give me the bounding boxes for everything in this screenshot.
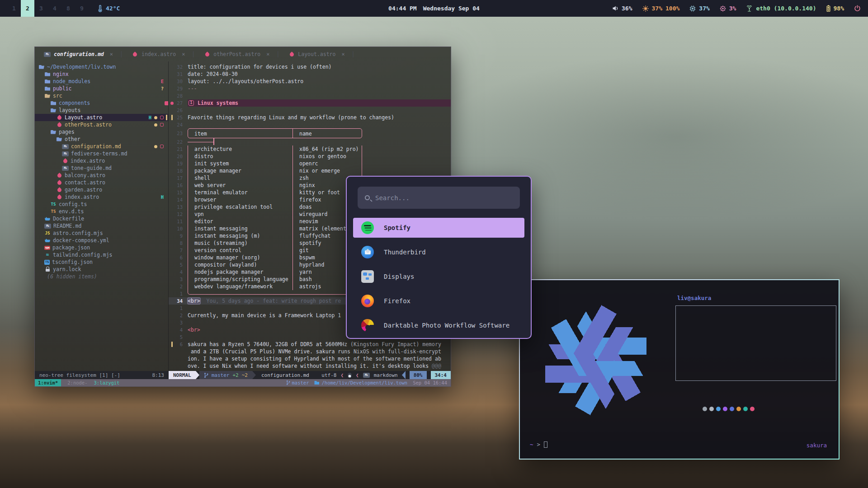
tree-item[interactable]: nginx xyxy=(35,70,168,78)
folder-open-icon xyxy=(56,136,62,142)
tree-item[interactable]: index.astro xyxy=(35,157,168,164)
tree-item[interactable]: fediverse-terms.md xyxy=(35,150,168,157)
tree-item[interactable]: README.md xyxy=(35,222,168,230)
workspace-button[interactable]: 9 xyxy=(75,0,89,17)
editor-tab[interactable]: Layout.astro × │ xyxy=(286,51,361,57)
tmux-window-1[interactable]: 1:nvim* xyxy=(35,379,61,386)
astro-icon xyxy=(288,52,295,57)
diagnostic-box-icon xyxy=(160,123,164,127)
tab-close-icon[interactable]: × xyxy=(341,51,344,57)
tree-item[interactable]: public ? xyxy=(35,85,168,92)
status-bar: 1 2 3 4 8 9 42°C 04:44 PM Wednesday Sep … xyxy=(0,0,868,17)
power-icon xyxy=(854,5,861,12)
tree-item[interactable]: docker-compose.yml xyxy=(35,237,168,244)
editor-tab[interactable]: otherPost.astro × │ xyxy=(201,51,286,57)
table-header-row: 23 itemname xyxy=(169,128,451,138)
volume-indicator[interactable]: 36% xyxy=(612,5,632,12)
tab-close-icon[interactable]: × xyxy=(266,51,269,57)
brightness-icon xyxy=(642,5,649,12)
npm-icon xyxy=(44,246,50,250)
table-cell: browser xyxy=(188,196,293,203)
tree-item[interactable]: garden.astro xyxy=(35,186,168,193)
tree-item[interactable]: other xyxy=(35,136,168,143)
launcher-item[interactable]: Spotify xyxy=(353,218,524,238)
tree-item[interactable]: src xyxy=(35,92,168,99)
tree-item[interactable]: package.json xyxy=(35,244,168,251)
tree-item[interactable]: ~/Development/liv.town xyxy=(35,63,168,70)
workspace-button[interactable]: 4 xyxy=(48,0,61,17)
tree-item[interactable]: Dockerfile xyxy=(35,215,168,222)
workspace-button[interactable]: 8 xyxy=(61,0,75,17)
git-status-letter: H xyxy=(149,114,151,121)
folder-open-icon xyxy=(44,93,51,99)
workspace-button[interactable]: 2 xyxy=(21,0,34,17)
cpu-indicator[interactable]: 37% xyxy=(689,5,709,12)
tree-item[interactable]: configuration.md xyxy=(35,143,168,150)
launcher-search[interactable]: Search... xyxy=(358,187,520,209)
tree-item[interactable]: tailwind.config.mjs xyxy=(35,251,168,258)
folder-open-icon xyxy=(38,64,45,70)
tree-item[interactable]: contact.astro xyxy=(35,179,168,186)
breakpoint-dot-icon xyxy=(170,102,174,105)
tree-item[interactable]: astro.config.mjs xyxy=(35,230,168,237)
separator: ❮ xyxy=(340,372,344,378)
markdown-icon xyxy=(62,151,69,156)
launcher-item[interactable]: Thunderbird xyxy=(353,242,524,262)
tmux-window-2[interactable]: 2:node- xyxy=(67,380,87,385)
fetch-info-line: WM: sway xyxy=(682,362,836,370)
tree-item[interactable]: config.ts xyxy=(35,201,168,208)
tree-item[interactable]: (6 hidden items) xyxy=(35,273,168,280)
launcher-item[interactable]: Firefox xyxy=(353,291,524,311)
tree-item[interactable]: layouts xyxy=(35,107,168,114)
tab-label: otherPost.astro xyxy=(213,51,260,57)
tree-item-label: configuration.md xyxy=(71,143,121,150)
markdown-icon xyxy=(44,224,51,229)
astro-icon xyxy=(62,158,68,164)
workspace-button[interactable]: 3 xyxy=(34,0,48,17)
git-status-letter: ? xyxy=(161,85,164,92)
launcher-item[interactable]: Displays xyxy=(353,267,524,286)
tree-item[interactable]: otherPost.astro xyxy=(35,121,168,128)
tree-item[interactable]: tsconfig.json xyxy=(35,258,168,266)
brightness-indicator[interactable]: 37%100% xyxy=(642,5,680,12)
tree-item[interactable]: node_modules E xyxy=(35,78,168,85)
neo-tree-sidebar: ~/Development/liv.town nginx xyxy=(35,61,169,371)
tab-close-icon[interactable]: × xyxy=(182,51,185,57)
tree-item[interactable]: balcony.astro xyxy=(35,172,168,179)
paragraph-line: 25Favorite things regarding Linux and my… xyxy=(169,114,451,121)
tab-separator: │ xyxy=(120,51,123,57)
table-cell: version control xyxy=(188,247,293,254)
tree-item[interactable]: components xyxy=(35,99,168,107)
firefox-icon xyxy=(361,295,374,307)
search-icon xyxy=(365,195,370,200)
network-indicator[interactable]: eth0 (10.0.0.140) xyxy=(746,5,816,12)
editor-tab[interactable]: index.astro × │ xyxy=(129,51,201,57)
launcher-item[interactable]: Darktable Photo Workflow Software xyxy=(353,315,524,335)
astro-icon xyxy=(56,122,62,128)
tree-item[interactable]: yarn.lock xyxy=(35,266,168,273)
editor-tab[interactable]: configuration.md × │ xyxy=(41,51,129,57)
markdown-icon xyxy=(62,166,69,171)
tree-item-label: (6 hidden items) xyxy=(47,273,97,280)
typescript-icon xyxy=(50,202,57,207)
tree-item[interactable]: env.d.ts xyxy=(35,208,168,215)
shell-prompt[interactable]: ~ > xyxy=(530,441,547,448)
tab-close-icon[interactable]: × xyxy=(110,51,113,57)
tree-item[interactable]: Layout.astro H xyxy=(35,114,168,121)
tree-item[interactable]: pages xyxy=(35,128,168,136)
tree-item-label: other xyxy=(65,136,80,143)
tree-item[interactable]: tone-guide.md xyxy=(35,164,168,172)
tree-item[interactable]: index.astro H xyxy=(35,193,168,201)
fastfetch-terminal-window: liv@sakura OS: NixOS 24.11.20240828.71e9… xyxy=(519,279,840,460)
table-row: 19 init systemopenrc xyxy=(169,160,451,167)
gpu-indicator[interactable]: 3% xyxy=(720,5,736,12)
battery-indicator[interactable]: 98% xyxy=(826,5,844,12)
tree-item-label: docker-compose.yml xyxy=(53,237,109,244)
tree-item-label: nginx xyxy=(53,70,69,78)
workspace-button[interactable]: 1 xyxy=(7,0,21,17)
power-button[interactable] xyxy=(854,5,861,12)
astro-icon xyxy=(132,52,138,57)
tmux-window-3[interactable]: 3:lazygit xyxy=(94,380,120,385)
spotify-icon xyxy=(361,221,374,234)
astro-icon xyxy=(56,187,62,193)
